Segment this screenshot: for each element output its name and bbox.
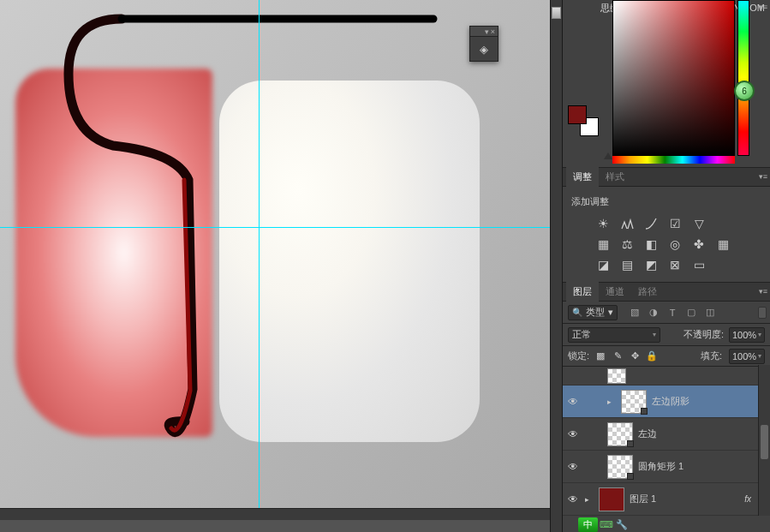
- layer-row-partial[interactable]: [563, 367, 770, 386]
- filter-adjust-icon[interactable]: ◑: [647, 306, 660, 320]
- canvas-area[interactable]: ▾ × ◈: [0, 0, 550, 520]
- selective-icon[interactable]: ⊠: [667, 258, 683, 272]
- photo-filter-icon[interactable]: ◎: [667, 237, 683, 251]
- layer-name[interactable]: 图层 1: [630, 493, 739, 505]
- layer-thumb[interactable]: [607, 422, 633, 446]
- spectrum-strip[interactable]: [612, 156, 735, 164]
- layer-name[interactable]: 圆角矩形 1: [638, 460, 767, 473]
- layers-list: 👁 ▸ 左边阴影 👁 左边 👁 圆角矩形 1 👁 ▸ 图层 1 fx ▾: [563, 367, 770, 516]
- filter-kind-label: 类型: [586, 306, 605, 319]
- filter-shape-icon[interactable]: ▢: [684, 306, 698, 320]
- gradient-map-icon[interactable]: ▭: [691, 258, 707, 272]
- floating-menu-icon[interactable]: ▾: [485, 27, 489, 36]
- threshold-icon[interactable]: ◩: [643, 258, 659, 272]
- brightness-icon[interactable]: ☀: [595, 217, 611, 230]
- layer-row-left[interactable]: 👁 左边: [563, 418, 770, 451]
- lock-pos-icon[interactable]: ✥: [629, 350, 641, 362]
- tab-styles[interactable]: 样式: [599, 167, 631, 187]
- doc-icon: [552, 7, 561, 19]
- hue-slider-handle[interactable]: 6: [734, 81, 755, 101]
- panel-menu-icon[interactable]: ▾≡: [757, 2, 769, 12]
- add-adjustment-label: 添加调整: [563, 192, 770, 213]
- layer-row-layer1[interactable]: 👁 ▸ 图层 1 fx ▾: [563, 483, 770, 516]
- opacity-input[interactable]: 100%▾: [729, 327, 765, 343]
- ime-kbd-icon[interactable]: ⌨: [600, 518, 613, 530]
- 3d-icon[interactable]: ◈: [470, 37, 498, 61]
- filter-type-icon[interactable]: T: [666, 306, 679, 320]
- filter-kind-dropdown[interactable]: 🔍 类型 ▾: [568, 305, 618, 320]
- close-icon[interactable]: ×: [491, 27, 495, 36]
- floating-3d-panel[interactable]: ▾ × ◈: [469, 26, 498, 62]
- fill-input[interactable]: 100%▾: [729, 349, 765, 364]
- panels-column: 思缘设计论坛WWW.MISSYUAN.COM 6 ▾≡ 调整 样式 ▾≡ 添加调…: [563, 0, 770, 532]
- layer-row-rounded-rect[interactable]: 👁 圆角矩形 1: [563, 451, 770, 483]
- fx-badge[interactable]: fx: [744, 494, 751, 504]
- filter-smart-icon[interactable]: ◫: [703, 306, 717, 320]
- panel-menu-icon[interactable]: ▾≡: [757, 286, 769, 296]
- layer-thumb[interactable]: [599, 487, 624, 511]
- adjustments-row-1: ☀ ☑ ▽: [563, 213, 770, 234]
- art-outline-path: [62, 12, 439, 449]
- canvas-scrollbar-h[interactable]: [0, 508, 550, 520]
- filter-toggle[interactable]: [758, 307, 767, 319]
- lock-label: 锁定:: [568, 350, 589, 362]
- layers-mode-bar: 正常▾ 不透明度: 100%▾: [563, 324, 770, 346]
- filter-pixel-icon[interactable]: ▧: [628, 306, 642, 320]
- tab-layers[interactable]: 图层: [566, 282, 599, 302]
- tab-paths[interactable]: 路径: [631, 282, 664, 302]
- adjustments-tabs: 调整 样式 ▾≡: [563, 168, 770, 187]
- ime-tool-icon[interactable]: 🔧: [615, 518, 629, 530]
- adjustments-row-2: ▦ ⚖ ◧ ◎ ✤ ▦: [563, 234, 770, 254]
- fill-label: 填充:: [701, 350, 722, 362]
- search-icon: 🔍: [572, 308, 582, 317]
- adjustments-panel: 添加调整 ☀ ☑ ▽ ▦ ⚖ ◧ ◎ ✤ ▦ ◪ ▤ ◩ ⊠ ▭: [563, 187, 770, 283]
- color-field[interactable]: [612, 0, 735, 156]
- curves-icon[interactable]: [643, 217, 659, 230]
- ime-badge[interactable]: 中: [578, 517, 598, 532]
- expand-icon[interactable]: ▸: [585, 495, 594, 504]
- lock-trans-icon[interactable]: ▩: [594, 350, 606, 362]
- fg-swatch[interactable]: [568, 105, 587, 124]
- expand-icon[interactable]: ▸: [607, 398, 616, 406]
- visibility-icon[interactable]: 👁: [566, 396, 580, 408]
- adjustments-row-3: ◪ ▤ ◩ ⊠ ▭: [563, 254, 770, 275]
- vibrance-icon[interactable]: ▽: [691, 217, 707, 230]
- canvas-ruler-right: [550, 0, 563, 532]
- floating-panel-bar[interactable]: ▾ ×: [470, 27, 498, 37]
- layer-row-left-shadow[interactable]: 👁 ▸ 左边阴影: [563, 386, 770, 418]
- layer-thumb[interactable]: [607, 368, 626, 384]
- posterize-icon[interactable]: ▤: [619, 258, 635, 272]
- invert-icon[interactable]: ◪: [595, 258, 611, 272]
- exposure-icon[interactable]: ☑: [667, 217, 683, 230]
- guide-vertical: [259, 0, 260, 520]
- swatch-pair[interactable]: [568, 105, 599, 136]
- layer-thumb[interactable]: [607, 455, 633, 479]
- layers-tabs: 图层 通道 路径 ▾≡: [563, 283, 770, 302]
- layers-filter-bar: 🔍 类型 ▾ ▧ ◑ T ▢ ◫: [563, 302, 770, 324]
- scrollbar-thumb[interactable]: [761, 425, 768, 459]
- balance-icon[interactable]: ⚖: [619, 237, 635, 251]
- blend-mode-dropdown[interactable]: 正常▾: [568, 327, 660, 343]
- lock-paint-icon[interactable]: ✎: [612, 350, 624, 362]
- lock-all-icon[interactable]: 🔒: [646, 350, 658, 362]
- opacity-label: 不透明度:: [683, 328, 724, 341]
- visibility-icon[interactable]: 👁: [566, 493, 580, 505]
- mixer-icon[interactable]: ✤: [691, 237, 707, 251]
- tab-adjustments[interactable]: 调整: [566, 167, 599, 187]
- layer-name[interactable]: 左边阴影: [652, 395, 767, 408]
- lut-icon[interactable]: ▦: [715, 237, 731, 251]
- layers-lock-bar: 锁定: ▩ ✎ ✥ 🔒 填充: 100%▾: [563, 346, 770, 367]
- layer-thumb[interactable]: [621, 390, 647, 414]
- panel-menu-icon[interactable]: ▾≡: [757, 171, 769, 182]
- layer-name[interactable]: 左边: [638, 427, 767, 440]
- visibility-icon[interactable]: 👁: [566, 428, 580, 440]
- hue-strip[interactable]: [737, 0, 749, 156]
- bw-icon[interactable]: ◧: [643, 237, 659, 251]
- layers-scrollbar[interactable]: [758, 365, 770, 516]
- visibility-icon[interactable]: 👁: [566, 461, 580, 473]
- levels-icon[interactable]: [619, 217, 635, 230]
- guide-horizontal: [0, 227, 550, 228]
- spectrum-marker[interactable]: [604, 152, 612, 159]
- tab-channels[interactable]: 通道: [599, 282, 631, 302]
- hue-icon[interactable]: ▦: [595, 237, 611, 251]
